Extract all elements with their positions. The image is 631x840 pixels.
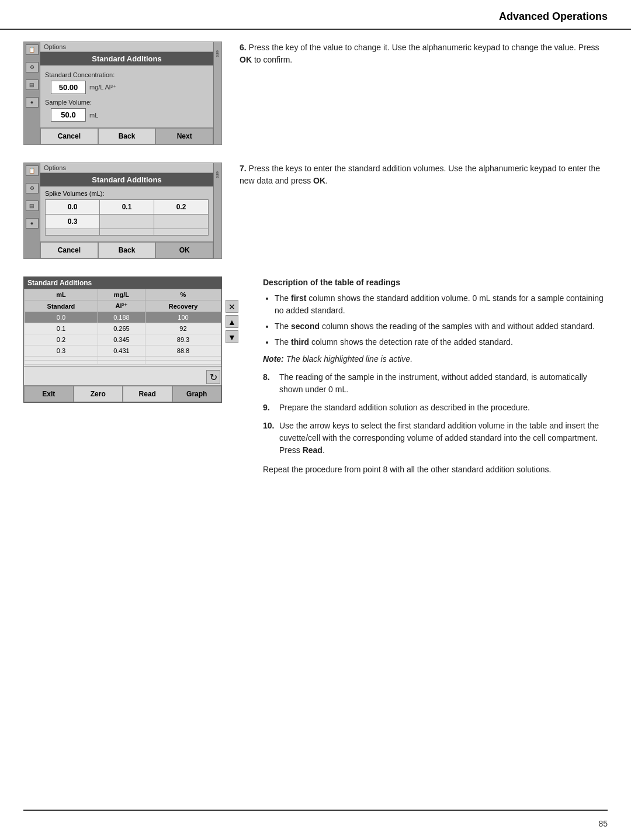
sa-table-title: Standard Additions bbox=[24, 277, 221, 289]
copy-icon: 📋 bbox=[26, 44, 39, 55]
spike-cell-5[interactable] bbox=[154, 215, 208, 229]
device-body-2: Spike Volumes (mL): 0.0 0.1 0.2 0.3 bbox=[40, 186, 213, 241]
step-6-text: 6. Press the key of the value to change … bbox=[240, 42, 608, 66]
table-row bbox=[25, 361, 221, 365]
spike-grid: 0.0 0.1 0.2 0.3 bbox=[45, 199, 209, 236]
device-body-1: Standard Concentration: 50.00 mg/L Al³⁺ … bbox=[40, 65, 213, 127]
sample-vol-input[interactable]: 50.0 bbox=[51, 108, 86, 122]
cancel-button-2[interactable]: Cancel bbox=[40, 242, 98, 258]
table-divider bbox=[24, 366, 221, 367]
device-main-2: Options Standard Additions Spike Volumes… bbox=[40, 163, 213, 258]
page-title: Advanced Operations bbox=[499, 11, 608, 22]
down-arrow-icon[interactable]: ▼ bbox=[226, 330, 238, 343]
col-ml-header: mL bbox=[25, 289, 98, 300]
cancel-button-1[interactable]: Cancel bbox=[40, 128, 98, 144]
table-row: 0.10.26592 bbox=[25, 323, 221, 334]
sa-table: mL mg/L % Standard Al³⁺ Recovery 0.00.18… bbox=[24, 289, 221, 365]
section-2: 📋 ⚙ ▤ ● Options Standard Additions Spike… bbox=[23, 163, 608, 259]
exit-button[interactable]: Exit bbox=[24, 386, 74, 402]
step-7-text: 7. Press the keys to enter the standard … bbox=[240, 163, 608, 187]
col-pct-header: % bbox=[145, 289, 221, 300]
table-header-row-2: Standard Al³⁺ Recovery bbox=[25, 300, 221, 312]
next-button-1[interactable]: Next bbox=[155, 128, 213, 144]
device-footer-2: Cancel Back OK bbox=[40, 241, 213, 258]
page-number: 85 bbox=[598, 819, 608, 828]
copy-icon-2: 📋 bbox=[26, 165, 39, 176]
repeat-text: Repeat the procedure from point 8 with a… bbox=[263, 464, 608, 476]
col-recovery-header: Recovery bbox=[145, 300, 221, 312]
settings-icon-2: ⚙ bbox=[26, 183, 39, 193]
table-row: 0.20.34589.3 bbox=[25, 334, 221, 345]
col-al-header: Al³⁺ bbox=[98, 300, 145, 312]
std-conc-input[interactable]: 50.00 bbox=[51, 81, 86, 94]
desc-heading: Description of the table of readings bbox=[263, 276, 608, 289]
bullet-3: The third column shows the detection rat… bbox=[275, 336, 608, 348]
cylinder-icon: ● bbox=[26, 97, 39, 108]
device-left-bar-1: 📋 ⚙ ▤ ● bbox=[24, 42, 40, 144]
col-standard-header: Standard bbox=[25, 300, 98, 312]
back-button-1[interactable]: Back bbox=[98, 128, 156, 144]
options-bar-1: Options bbox=[40, 42, 213, 52]
sample-vol-label-row: Sample Volume: bbox=[45, 99, 209, 106]
chart-icon: ▤ bbox=[26, 79, 39, 90]
device-screenshot-1: 📋 ⚙ ▤ ● Options Standard Additions Stand… bbox=[23, 42, 222, 145]
std-conc-value-row: 50.00 mg/L Al³⁺ bbox=[51, 81, 209, 94]
step-10: 10. Use the arrow keys to select the fir… bbox=[263, 420, 608, 457]
up-arrow-icon[interactable]: ▲ bbox=[226, 315, 238, 328]
read-button[interactable]: Read bbox=[123, 386, 172, 402]
back-button-2[interactable]: Back bbox=[98, 242, 156, 258]
numbered-steps: 8. The reading of the sample in the inst… bbox=[263, 371, 608, 457]
table-row: 0.30.43188.8 bbox=[25, 345, 221, 357]
spike-cell-4[interactable] bbox=[100, 215, 154, 229]
device-right-bar-2: ent bbox=[213, 163, 221, 258]
spike-cell-6[interactable] bbox=[46, 229, 99, 235]
options-bar-2: Options bbox=[40, 163, 213, 173]
device-screenshot-2: 📋 ⚙ ▤ ● Options Standard Additions Spike… bbox=[23, 163, 222, 259]
device-footer-1: Cancel Back Next bbox=[40, 127, 213, 144]
close-icon[interactable]: ✕ bbox=[226, 300, 238, 313]
spike-cell-8[interactable] bbox=[154, 229, 208, 235]
table-header-row-1: mL mg/L % bbox=[25, 289, 221, 300]
zero-button[interactable]: Zero bbox=[74, 386, 123, 402]
sample-vol-value-row: 50.0 mL bbox=[51, 108, 209, 122]
std-conc-label-row: Standard Concentration: bbox=[45, 71, 209, 78]
spike-cell-1[interactable]: 0.1 bbox=[100, 200, 154, 214]
page-header: Advanced Operations bbox=[0, 0, 631, 30]
section-3: Standard Additions mL mg/L % Standard Al… bbox=[23, 276, 608, 476]
device-left-bar-2: 📋 ⚙ ▤ ● bbox=[24, 163, 40, 258]
sa-table-wrapper: Standard Additions mL mg/L % Standard Al… bbox=[23, 276, 222, 403]
device-title-1: Standard Additions bbox=[40, 52, 213, 65]
device-title-2: Standard Additions bbox=[40, 173, 213, 186]
spike-cell-0[interactable]: 0.0 bbox=[46, 200, 99, 214]
spike-cell-7[interactable] bbox=[100, 229, 154, 235]
step-8: 8. The reading of the sample in the inst… bbox=[263, 371, 608, 396]
col-mgl-header: mg/L bbox=[98, 289, 145, 300]
sa-table-footer: Exit Zero Read Graph bbox=[24, 385, 221, 402]
note-text: Note: The black highlighted line is acti… bbox=[263, 353, 608, 365]
spike-cell-3[interactable]: 0.3 bbox=[46, 215, 99, 229]
page-footer: 85 bbox=[598, 819, 608, 828]
bullet-1: The first column shows the standard addi… bbox=[275, 292, 608, 317]
table-row bbox=[25, 357, 221, 361]
ok-button-2[interactable]: OK bbox=[155, 242, 213, 258]
refresh-icon[interactable]: ↻ bbox=[206, 370, 220, 384]
device-right-bar-1: ent bbox=[213, 42, 221, 144]
table-scroll-controls: ✕ ▲ ▼ bbox=[226, 300, 238, 343]
cylinder-icon-2: ● bbox=[26, 218, 39, 229]
settings-icon: ⚙ bbox=[26, 62, 39, 72]
section-1: 📋 ⚙ ▤ ● Options Standard Additions Stand… bbox=[23, 42, 608, 145]
refresh-row: ↻ bbox=[24, 369, 221, 385]
table-row: 0.00.188100 bbox=[25, 312, 221, 323]
graph-button[interactable]: Graph bbox=[172, 386, 222, 402]
chart-icon-2: ▤ bbox=[26, 201, 39, 211]
spike-cell-2[interactable]: 0.2 bbox=[154, 200, 208, 214]
sa-table-container: Standard Additions mL mg/L % Standard Al… bbox=[23, 276, 222, 403]
page-bottom-rule bbox=[23, 810, 608, 811]
spike-label: Spike Volumes (mL): bbox=[45, 190, 209, 197]
step-9: 9. Prepare the standard addition solutio… bbox=[263, 402, 608, 414]
device-main-1: Options Standard Additions Standard Conc… bbox=[40, 42, 213, 144]
bullet-list: The first column shows the standard addi… bbox=[263, 292, 608, 348]
bullet-2: The second column shows the reading of t… bbox=[275, 320, 608, 333]
sa-table-body: 0.00.1881000.10.265920.20.34589.30.30.43… bbox=[25, 312, 221, 365]
section-3-text: Description of the table of readings The… bbox=[263, 276, 608, 476]
